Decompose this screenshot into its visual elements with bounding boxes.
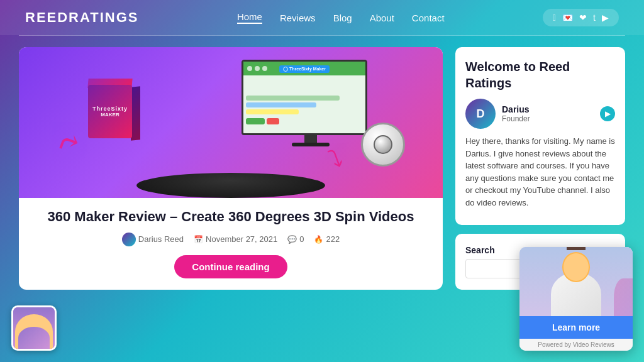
box-side-face bbox=[131, 86, 140, 140]
author-meta: Darius Reed bbox=[122, 233, 184, 246]
comments-meta: 💬 0 bbox=[287, 234, 304, 244]
author-name: Darius Reed bbox=[138, 234, 184, 244]
monitor-screen: ◯ ThreeSixty Maker bbox=[242, 60, 367, 135]
nav-contact[interactable]: Contact bbox=[412, 13, 445, 23]
monitor-bar-3 bbox=[246, 109, 299, 114]
learn-more-button[interactable]: Learn more bbox=[519, 316, 633, 339]
nav-blog[interactable]: Blog bbox=[333, 13, 352, 23]
main-nav: Home Reviews Blog About Contact bbox=[237, 11, 445, 24]
monitor-content bbox=[243, 93, 365, 127]
logo-reed: ReedRatings bbox=[25, 9, 139, 25]
comments-count: 0 bbox=[299, 234, 304, 244]
avatar-figure bbox=[15, 314, 53, 349]
nav-home[interactable]: Home bbox=[237, 11, 262, 24]
box-label: ThreeSixty MAKER bbox=[92, 106, 128, 118]
pinterest-icon[interactable]: ❤ bbox=[579, 13, 587, 23]
article-date: November 27, 2021 bbox=[206, 234, 277, 244]
welcome-card: Welcome to Reed Ratings D Darius Founder… bbox=[455, 47, 625, 225]
bg-accent bbox=[614, 278, 633, 316]
camera-sphere bbox=[361, 123, 405, 167]
social-icons-bar:  💌 ❤ t ▶ bbox=[543, 9, 619, 26]
avatar-torso bbox=[18, 327, 50, 349]
camera-lens bbox=[374, 135, 392, 154]
article-title: 360 Maker Review – Create 360 Degrees 3D… bbox=[33, 208, 429, 226]
nav-about[interactable]: About bbox=[370, 13, 394, 23]
twitter-icon[interactable]: 💌 bbox=[562, 13, 573, 23]
author-avatar-small bbox=[122, 233, 136, 246]
monitor-buttons bbox=[246, 118, 363, 124]
tumblr-icon[interactable]: t bbox=[593, 13, 596, 23]
sidebar-description: Hey there, thanks for visiting. My name … bbox=[465, 135, 615, 209]
powered-by-label: Powered by Video Reviews bbox=[519, 339, 633, 351]
continue-reading-button[interactable]: Continue reading bbox=[174, 255, 287, 278]
welcome-title: Welcome to Reed Ratings bbox=[465, 58, 615, 91]
article-card: ◯ ThreeSixty Maker bbox=[19, 47, 443, 290]
floating-avatar bbox=[11, 305, 57, 351]
person-head bbox=[562, 252, 590, 282]
date-meta: 📅 November 27, 2021 bbox=[194, 234, 277, 244]
comment-icon: 💬 bbox=[287, 235, 297, 244]
box-product: MAKER bbox=[92, 112, 128, 118]
facebook-icon[interactable]:  bbox=[553, 13, 556, 23]
box-brand: ThreeSixty bbox=[92, 106, 128, 112]
author-badge: ▶ bbox=[600, 106, 615, 121]
author-info: Darius Founder bbox=[502, 104, 594, 123]
views-count: 222 bbox=[326, 234, 340, 244]
article-image-inner: ◯ ThreeSixty Maker bbox=[19, 47, 443, 198]
article-meta: Darius Reed 📅 November 27, 2021 💬 0 🔥 22… bbox=[33, 233, 429, 246]
article-body: 360 Maker Review – Create 360 Degrees 3D… bbox=[19, 198, 443, 286]
monitor-brand-label: ◯ ThreeSixty Maker bbox=[279, 65, 330, 73]
box-front-face: ThreeSixty MAKER bbox=[88, 85, 132, 138]
person-body bbox=[551, 272, 601, 316]
product-monitor: ◯ ThreeSixty Maker bbox=[242, 60, 380, 154]
monitor-bar-2 bbox=[246, 102, 316, 107]
article-image: ◯ ThreeSixty Maker bbox=[19, 47, 443, 198]
fire-icon: 🔥 bbox=[314, 235, 323, 244]
calendar-icon: 📅 bbox=[194, 235, 203, 244]
author-name-label: Darius bbox=[502, 104, 594, 114]
floating-avatar-inner bbox=[13, 307, 55, 349]
monitor-stand bbox=[304, 135, 317, 143]
person-hair bbox=[567, 247, 586, 250]
author-row: D Darius Founder ▶ bbox=[465, 99, 615, 129]
monitor-btn-green bbox=[246, 118, 265, 124]
product-stage bbox=[136, 173, 325, 198]
nav-reviews[interactable]: Reviews bbox=[280, 13, 316, 23]
video-popup: Learn more Powered by Video Reviews bbox=[519, 247, 633, 351]
video-person bbox=[519, 247, 633, 316]
monitor-btn-red bbox=[267, 118, 279, 124]
logo: ReedRatings bbox=[25, 9, 139, 26]
product-box: ThreeSixty MAKER bbox=[82, 79, 138, 141]
author-avatar: D bbox=[465, 99, 496, 129]
monitor-bar-1 bbox=[246, 96, 340, 101]
views-meta: 🔥 222 bbox=[314, 234, 340, 244]
youtube-icon[interactable]: ▶ bbox=[602, 13, 609, 23]
video-thumbnail bbox=[519, 247, 633, 316]
header: ReedRatings Home Reviews Blog About Cont… bbox=[0, 0, 644, 35]
author-role-label: Founder bbox=[502, 114, 594, 123]
monitor-base bbox=[292, 143, 330, 146]
video-bg bbox=[519, 247, 633, 316]
